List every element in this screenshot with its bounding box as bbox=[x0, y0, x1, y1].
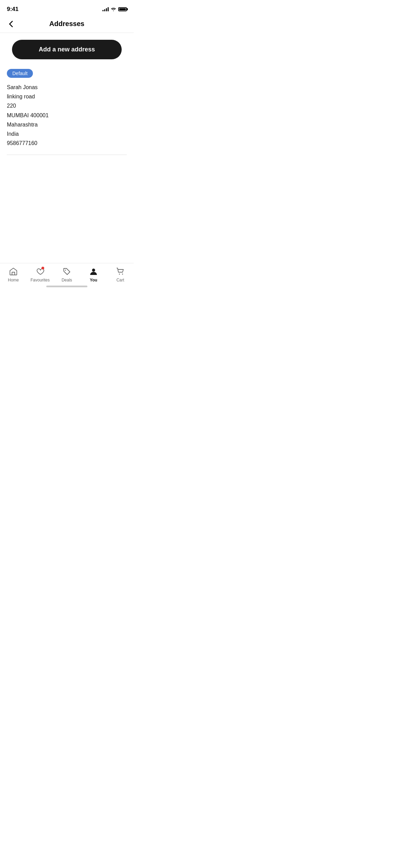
default-badge: Default bbox=[7, 69, 33, 78]
home-icon bbox=[9, 267, 18, 276]
status-icons bbox=[102, 7, 127, 11]
svg-point-3 bbox=[122, 274, 123, 275]
address-divider bbox=[7, 155, 127, 155]
page-title: Addresses bbox=[5, 20, 128, 28]
nav-item-deals[interactable]: Deals bbox=[57, 267, 77, 282]
address-street: linking road bbox=[7, 92, 127, 101]
wifi-icon bbox=[111, 7, 116, 11]
signal-icon bbox=[102, 7, 109, 11]
nav-label-you: You bbox=[90, 278, 97, 282]
add-address-button[interactable]: Add a new address bbox=[12, 40, 122, 59]
favourites-badge bbox=[41, 267, 44, 269]
svg-point-1 bbox=[92, 269, 95, 272]
nav-item-favourites[interactable]: Favourites bbox=[30, 267, 50, 282]
address-state: Maharashtra bbox=[7, 120, 127, 129]
back-button[interactable] bbox=[5, 19, 16, 29]
favourites-icon bbox=[35, 267, 45, 276]
address-number: 220 bbox=[7, 101, 127, 110]
address-country: India bbox=[7, 129, 127, 138]
cart-icon bbox=[116, 267, 125, 276]
deals-icon bbox=[62, 267, 72, 276]
nav-item-you[interactable]: You bbox=[83, 267, 104, 282]
nav-item-cart[interactable]: Cart bbox=[110, 267, 131, 282]
nav-item-home[interactable]: Home bbox=[3, 267, 24, 282]
nav-label-home: Home bbox=[8, 278, 19, 282]
status-time: 9:41 bbox=[7, 6, 19, 13]
battery-icon bbox=[118, 7, 127, 11]
address-phone: 9586777160 bbox=[7, 138, 127, 148]
status-bar: 9:41 bbox=[0, 0, 134, 16]
address-section: Default Sarah Jonas linking road 220 MUM… bbox=[5, 69, 128, 155]
address-city-postal: MUMBAI 400001 bbox=[7, 111, 127, 120]
home-indicator bbox=[46, 286, 87, 287]
svg-point-2 bbox=[119, 274, 120, 275]
header: Addresses bbox=[0, 16, 134, 33]
nav-label-cart: Cart bbox=[117, 278, 124, 282]
nav-label-deals: Deals bbox=[62, 278, 72, 282]
svg-point-0 bbox=[65, 270, 66, 271]
main-content: Add a new address Default Sarah Jonas li… bbox=[0, 33, 134, 162]
address-name: Sarah Jonas bbox=[7, 83, 127, 92]
nav-label-favourites: Favourites bbox=[31, 278, 50, 282]
you-icon bbox=[89, 267, 98, 276]
address-details: Sarah Jonas linking road 220 MUMBAI 4000… bbox=[7, 83, 127, 148]
